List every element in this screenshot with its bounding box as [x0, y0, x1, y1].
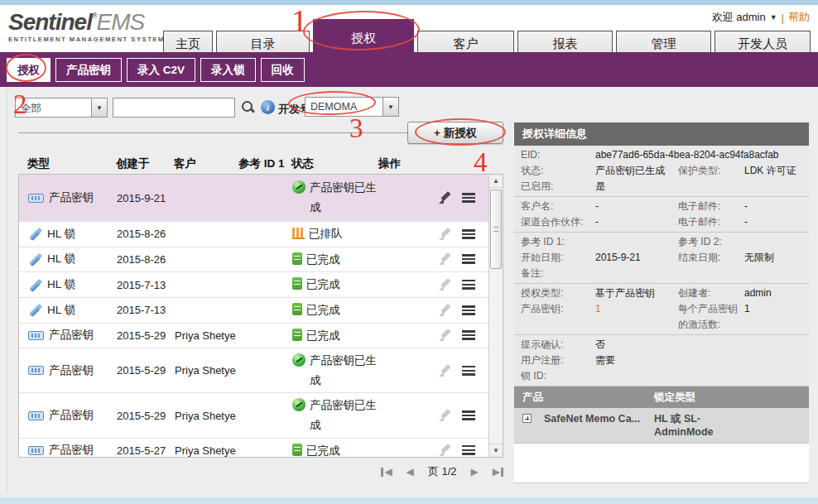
table-row[interactable]: HL 锁 2015-8-26 已完成: [19, 247, 490, 273]
edit-pencil-icon[interactable]: [438, 228, 451, 241]
row-status: 产品密钥已生成: [310, 178, 379, 217]
chevron-down-icon[interactable]: ▼: [383, 98, 398, 116]
table-header: 类型 创建于 客户 参考 ID 1 状态 操作: [18, 153, 503, 174]
chevron-down-icon[interactable]: ▼: [91, 98, 107, 117]
product-keys-value[interactable]: 1: [595, 301, 678, 333]
entitlement-type-value: 基于产品密钥: [595, 286, 678, 301]
products-table-header: 产品 锁定类型: [514, 386, 809, 408]
email-value: -: [744, 199, 802, 214]
remarks-label: 备注:: [521, 266, 595, 281]
info-icon[interactable]: i: [261, 100, 275, 114]
row-status: 已排队: [309, 224, 343, 244]
actions-menu-icon[interactable]: [462, 193, 475, 203]
edit-pencil-icon[interactable]: [438, 329, 451, 342]
edit-pencil-icon[interactable]: [438, 278, 451, 291]
actions-menu-icon[interactable]: [462, 305, 475, 315]
edit-pencil-icon[interactable]: [438, 191, 451, 204]
customer-label: 客户名:: [521, 199, 595, 214]
status-value: 产品密钥已生成: [595, 163, 678, 179]
row-created-date: 2015-7-13: [117, 279, 175, 291]
table-row[interactable]: HL 锁 2015-8-26 已排队: [19, 222, 490, 247]
row-customer: Priya Shetye: [175, 364, 239, 377]
table-row[interactable]: 产品密钥 2015-5-29 Priya Shetye 已完成: [19, 324, 490, 349]
scroll-down-icon[interactable]: ▼: [489, 444, 503, 457]
browser-bottom-strip: [0, 497, 818, 504]
table-scrollbar[interactable]: ▲ ▼: [488, 175, 503, 457]
row-type: HL 锁: [47, 252, 75, 266]
first-page-icon[interactable]: ◀: [381, 466, 392, 478]
scroll-up-icon[interactable]: ▲: [489, 175, 503, 188]
row-created-date: 2015-5-29: [117, 364, 175, 377]
edit-pencil-icon[interactable]: [438, 409, 451, 422]
col-customer: 客户: [174, 156, 238, 171]
actions-menu-icon[interactable]: [462, 280, 475, 290]
actions-menu-icon[interactable]: [462, 410, 475, 420]
key-generated-icon: [292, 353, 306, 367]
edit-pencil-icon[interactable]: [438, 444, 451, 457]
table-row[interactable]: 产品密钥 2015-5-29 Priya Shetye 产品密钥已生成: [19, 348, 490, 393]
creator-value: admin: [744, 286, 802, 301]
row-status: 已完成: [306, 300, 340, 320]
registration-value: 需要: [595, 353, 678, 368]
previous-page-icon[interactable]: ◀: [407, 466, 414, 478]
scrollbar-thumb[interactable]: [490, 190, 502, 269]
table-row[interactable]: 产品密钥 2015-9-21 产品密钥已生成: [19, 175, 490, 222]
locking-type-value: HL 或 SL-AdminMode: [654, 412, 730, 439]
subnav-tab-checkin-lock[interactable]: 录入锁: [200, 58, 256, 82]
actions-menu-icon[interactable]: [462, 330, 475, 340]
developer-id-dropdown[interactable]: DEMOMA ▼: [305, 97, 399, 117]
row-customer: Priya Shetye: [175, 410, 239, 422]
subnav-tab-checkin-c2v[interactable]: 录入 C2V: [127, 58, 195, 82]
edit-pencil-icon[interactable]: [438, 252, 451, 266]
details-panel-title: 授权详细信息: [514, 122, 809, 146]
product-row[interactable]: SafeNet Memo Ca... HL 或 SL-AdminMode: [514, 408, 809, 444]
completed-icon: [292, 252, 302, 265]
row-created-date: 2015-9-21: [117, 192, 175, 204]
row-type: 产品密钥: [49, 190, 94, 205]
search-icon[interactable]: [241, 100, 255, 114]
table-row[interactable]: 产品密钥 2015-5-29 Priya Shetye 产品密钥已生成: [19, 393, 490, 438]
customer-value: -: [595, 199, 678, 214]
subnav-tab-entitlements[interactable]: 授权: [7, 58, 51, 82]
start-date-value: 2015-9-21: [595, 250, 678, 266]
ref2-value: [744, 234, 802, 250]
table-row[interactable]: HL 锁 2015-7-13 已完成: [19, 272, 490, 298]
edit-pencil-icon[interactable]: [438, 364, 451, 377]
row-status: 产品密钥已生成: [310, 351, 379, 390]
subnav-tab-revoke[interactable]: 回收: [261, 58, 305, 82]
hl-lock-icon: [28, 252, 42, 266]
table-row[interactable]: HL 锁 2015-7-13 已完成: [19, 298, 490, 324]
actions-menu-icon[interactable]: [462, 229, 475, 239]
subnav-bar: 授权 产品密钥 录入 C2V 录入锁 回收: [0, 52, 818, 87]
table-rows: 产品密钥 2015-9-21 产品密钥已生成 HL 锁: [19, 175, 490, 458]
col-actions: 操作: [378, 156, 503, 171]
registration-label: 用户注册:: [521, 353, 595, 368]
col-product: 产品: [522, 391, 654, 405]
col-locking-type: 锁定类型: [654, 391, 809, 405]
row-type: HL 锁: [47, 303, 75, 318]
new-entitlement-button[interactable]: + 新授权: [407, 122, 503, 144]
row-status: 已完成: [306, 441, 340, 458]
remarks-value: [595, 266, 678, 281]
last-page-icon[interactable]: ▶: [493, 466, 503, 478]
entitlement-details-panel: 授权详细信息 EID: abe77ad6-65da-4bea-8204-ac94…: [514, 122, 809, 483]
logo-name: Sentinel: [8, 9, 92, 35]
edit-pencil-icon[interactable]: [438, 304, 451, 317]
product-key-icon: [28, 411, 44, 420]
product-keys-label: 产品密钥:: [521, 301, 595, 333]
hl-lock-icon: [28, 303, 42, 317]
row-created-date: 2015-8-26: [117, 253, 175, 266]
subnav-tab-product-keys[interactable]: 产品密钥: [55, 58, 122, 82]
next-page-icon[interactable]: ▶: [471, 466, 479, 478]
row-type: 产品密钥: [49, 408, 94, 423]
actions-menu-icon[interactable]: [462, 366, 475, 376]
search-input[interactable]: [113, 98, 235, 118]
completed-icon: [292, 329, 302, 341]
expand-icon[interactable]: [522, 414, 532, 423]
table-row[interactable]: 产品密钥 2015-5-27 Priya Shetye 已完成: [19, 439, 490, 458]
actions-menu-icon[interactable]: [462, 445, 475, 455]
actions-menu-icon[interactable]: [462, 254, 475, 264]
type-filter-dropdown[interactable]: 全部 ▼: [15, 98, 108, 118]
logo-suffix: EMS: [97, 9, 145, 35]
row-type: 产品密钥: [49, 443, 94, 458]
